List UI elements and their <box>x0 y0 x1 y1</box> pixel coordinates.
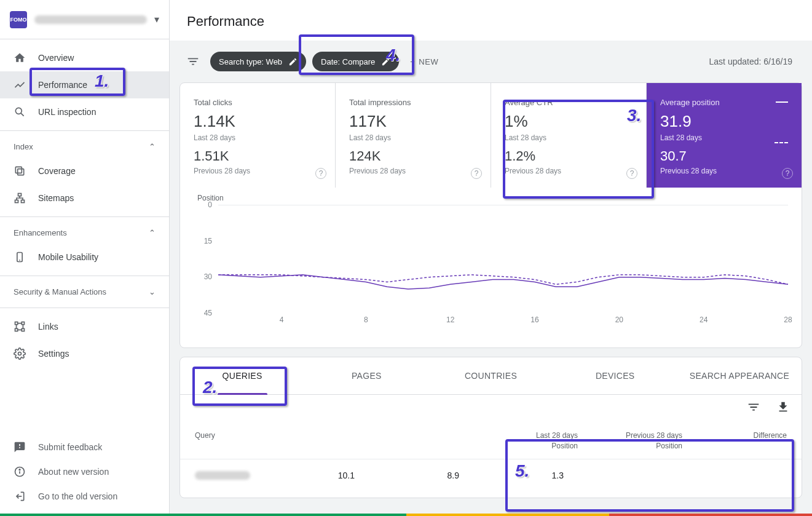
help-icon[interactable]: ? <box>471 168 482 179</box>
metric-title: Total impressions <box>349 98 477 107</box>
tab-devices[interactable]: DEVICES <box>553 357 677 394</box>
chip-label: Search type: Web <box>219 57 282 66</box>
help-icon[interactable]: ? <box>626 168 637 179</box>
th-line2: Position <box>578 441 682 451</box>
svg-rect-10 <box>15 328 18 331</box>
new-label: NEW <box>419 57 438 66</box>
table-filter-icon[interactable] <box>746 400 761 415</box>
chip-date[interactable]: Date: Compare <box>312 52 399 71</box>
th-query: Query <box>195 431 473 451</box>
site-name-blurred <box>34 15 147 24</box>
chart-icon <box>14 79 26 91</box>
metric-title: Average CTR <box>505 98 633 107</box>
nav-header-enhancements[interactable]: Enhancements ⌃ <box>0 222 169 244</box>
nav-label: Performance <box>38 80 87 90</box>
nav-about[interactable]: About new version <box>0 459 169 484</box>
metric-value-prev: 124K <box>349 148 477 164</box>
nav-group-enhancements: Enhancements ⌃ Mobile Usability <box>0 217 169 276</box>
info-icon <box>14 466 26 478</box>
metric-sub-prev: Previous 28 days <box>349 167 477 175</box>
exit-icon <box>14 490 26 502</box>
th-line2: Position <box>473 441 578 451</box>
chevron-down-icon: ▾ <box>154 14 159 25</box>
feedback-icon <box>14 441 26 453</box>
add-filter-button[interactable]: + NEW <box>405 57 443 66</box>
cell-diff: 1.3 <box>459 470 564 480</box>
nav-label: Links <box>38 322 58 331</box>
metric-value-prev: 1.51K <box>194 148 321 164</box>
nav-header-index[interactable]: Index ⌃ <box>0 136 169 157</box>
tab-search-appearance[interactable]: SEARCH APPEARANCE <box>677 357 802 394</box>
chart-area: Position 0153045 481216202428 <box>180 188 802 347</box>
nav-overview[interactable]: Overview <box>0 44 169 71</box>
site-logo: FOMO <box>10 11 27 28</box>
filters-row: Search type: Web Date: Compare + NEW Las… <box>177 41 805 82</box>
nav-mobile-usability[interactable]: Mobile Usability <box>0 244 169 271</box>
metric-value-prev: 1.2% <box>505 148 633 164</box>
nav-url-inspection[interactable]: URL inspection <box>0 98 169 125</box>
nav-coverage[interactable]: Coverage <box>0 157 169 185</box>
th-diff[interactable]: Difference <box>682 431 787 451</box>
svg-rect-4 <box>18 194 22 196</box>
chip-search-type[interactable]: Search type: Web <box>210 52 306 71</box>
metric-sub-current: Last 28 days <box>660 133 788 142</box>
tab-pages[interactable]: PAGES <box>304 357 428 394</box>
nav-settings[interactable]: Settings <box>0 340 169 367</box>
sidebar-bottom: Submit feedback About new version Go to … <box>0 430 169 516</box>
query-table: Query Last 28 days Position Previous 28 … <box>180 419 802 491</box>
tabs-row: QUERIES PAGES COUNTRIES DEVICES SEARCH A… <box>180 357 802 395</box>
th-line1: Last 28 days <box>536 431 578 440</box>
nav-old-version[interactable]: Go to the old version <box>0 484 169 509</box>
nav-label: Coverage <box>38 166 76 176</box>
nav-group-title: Index <box>14 142 33 151</box>
metric-impressions[interactable]: Total impressions 117K Last 28 days 124K… <box>336 83 491 188</box>
svg-rect-11 <box>22 322 24 325</box>
svg-rect-3 <box>15 167 22 173</box>
nav-label: Settings <box>38 349 69 359</box>
metric-value-current: 117K <box>349 112 477 131</box>
nav-label: Sitemaps <box>38 193 74 203</box>
gear-icon <box>14 347 26 360</box>
table-row[interactable]: 10.1 8.9 1.3 <box>180 459 802 491</box>
links-icon <box>14 320 26 333</box>
metric-clicks[interactable]: Total clicks 1.14K Last 28 days 1.51K Pr… <box>180 83 336 188</box>
cell-last28: 10.1 <box>250 470 355 480</box>
tab-countries[interactable]: COUNTRIES <box>428 357 553 394</box>
svg-rect-2 <box>18 169 24 175</box>
help-icon[interactable]: ? <box>315 168 326 179</box>
metric-sub-prev: Previous 28 days <box>505 167 633 175</box>
th-line1: Previous 28 days <box>626 431 682 440</box>
table-header: Query Last 28 days Position Previous 28 … <box>180 419 802 459</box>
nav-sitemaps[interactable]: Sitemaps <box>0 185 169 212</box>
cell-prev28: 8.9 <box>355 470 459 480</box>
nav-performance[interactable]: Performance <box>0 71 169 98</box>
svg-point-16 <box>19 469 20 470</box>
th-prev28[interactable]: Previous 28 days Position <box>578 431 682 451</box>
nav-label: Overview <box>38 53 74 63</box>
bottom-color-bar <box>0 514 812 516</box>
metric-sub-current: Last 28 days <box>505 133 633 142</box>
metric-sub-current: Last 28 days <box>349 133 477 142</box>
filter-icon[interactable] <box>182 50 204 73</box>
th-last28[interactable]: Last 28 days Position <box>473 431 578 451</box>
plus-icon: + <box>410 57 415 66</box>
svg-rect-9 <box>15 322 18 325</box>
chip-label: Date: Compare <box>321 57 375 66</box>
metric-value-current: 1% <box>505 112 633 131</box>
download-icon[interactable] <box>776 400 790 415</box>
nav-label: Go to the old version <box>38 491 117 501</box>
sitemap-icon <box>14 192 26 204</box>
last-updated: Last updated: 6/16/19 <box>709 57 797 66</box>
help-icon[interactable]: ? <box>782 168 793 179</box>
nav-header-security[interactable]: Security & Manual Actions ⌄ <box>0 281 169 303</box>
nav-feedback[interactable]: Submit feedback <box>0 435 169 459</box>
metric-sub-prev: Previous 28 days <box>194 167 321 175</box>
nav-links[interactable]: Links <box>0 313 169 340</box>
metric-position[interactable]: Average position 31.9 Last 28 days 30.7 … <box>647 83 802 188</box>
y-axis-label: Position <box>197 194 788 202</box>
metric-ctr[interactable]: Average CTR 1% Last 28 days 1.2% Previou… <box>491 83 647 188</box>
site-picker[interactable]: FOMO ▾ <box>0 0 169 39</box>
tab-queries[interactable]: QUERIES <box>180 357 304 394</box>
legend-solid-line <box>776 101 788 103</box>
search-icon <box>14 106 26 118</box>
